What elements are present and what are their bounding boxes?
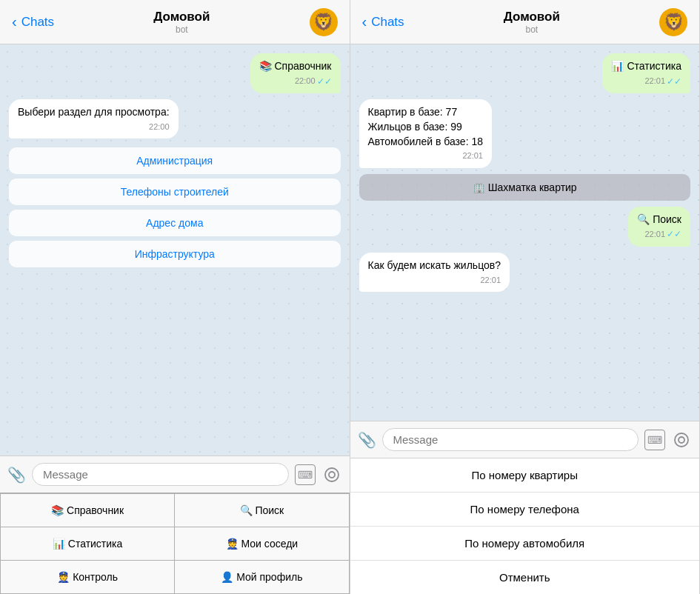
statistika-checks: ✓✓ [667, 76, 681, 88]
bubble-stats-data: Квартир в базе: 77 Жильцов в базе: 99 Ав… [359, 99, 492, 167]
bubble-vyberite: Выбери раздел для просмотра: 22:00 [9, 99, 179, 139]
right-back-label: Chats [371, 15, 404, 30]
right-panel: ‹ Chats Домовой bot 🦁 📊 Статистика 22:01… [350, 0, 701, 594]
msg-row-справочник: 📚 Справочник 22:00 ✓✓ [9, 53, 341, 93]
svg-point-1 [329, 472, 335, 478]
kak-budem-time: 22:01 [481, 275, 501, 286]
right-keyboard-icon[interactable]: ⌨ [644, 430, 665, 450]
btn-infrastruktura[interactable]: Инфраструктура [9, 241, 341, 267]
stats-line3: Автомобилей в базе: 18 [368, 135, 483, 150]
bubble-statistika: 📊 Статистика 22:01 ✓✓ [602, 53, 690, 93]
msg-row-vyberite: Выбери раздел для просмотра: 22:00 [9, 99, 341, 139]
right-attachment-icon[interactable]: 📎 [358, 431, 376, 449]
left-panel: ‹ Chats Домовой bot 🦁 📚 Справочник 22:00… [0, 0, 350, 594]
statistika-text: Статистика [627, 59, 681, 74]
right-input-right-icons: ⌨ [644, 430, 692, 450]
справочник-emoji: 📚 [259, 59, 272, 74]
left-attachment-icon[interactable]: 📎 [7, 466, 26, 484]
right-header: ‹ Chats Домовой bot 🦁 [350, 0, 700, 44]
svg-point-0 [325, 468, 339, 481]
svg-point-3 [679, 437, 684, 443]
bubble-справочник: 📚 Справочник 22:00 ✓✓ [250, 53, 341, 93]
msg-row-shakhmatka: 🏢 Шахматка квартир [359, 174, 691, 201]
statistika-emoji: 📊 [611, 59, 624, 74]
msg-row-statistika: 📊 Статистика 22:01 ✓✓ [359, 53, 691, 93]
left-camera-icon[interactable] [321, 464, 342, 485]
справочник-time: 22:00 [295, 76, 316, 87]
vyberite-time: 22:00 [149, 121, 170, 133]
left-header: ‹ Chats Домовой bot 🦁 [0, 0, 350, 44]
left-chat-title: Домовой [54, 10, 309, 24]
kb-moi-profil[interactable]: 👤 Мой профиль [175, 561, 348, 593]
back-arrow-icon: ‹ [12, 13, 17, 30]
right-chat-area: 📊 Статистика 22:01 ✓✓ Квартир в базе: 77… [350, 44, 700, 421]
left-back-button[interactable]: ‹ Chats [12, 13, 54, 30]
left-keyboard-area: 📚 Справочник 🔍 Поиск 📊 Статистика 👮 Мои … [0, 493, 350, 594]
kb-statistika[interactable]: 📊 Статистика [1, 527, 174, 560]
right-chat-subtitle: bot [404, 24, 659, 35]
left-input-bar: 📎 ⌨ [0, 455, 350, 493]
right-avatar[interactable]: 🦁 [659, 8, 687, 36]
kb-spravochnik[interactable]: 📚 Справочник [1, 494, 174, 527]
right-input-bar: 📎 ⌨ [350, 421, 700, 458]
poisk-time: 22:01 [644, 229, 665, 240]
right-message-input[interactable] [382, 428, 639, 451]
btn-by-car[interactable]: По номеру автомобиля [350, 527, 700, 561]
right-camera-icon[interactable] [671, 430, 692, 450]
msg-row-kak-budem: Как будем искать жильцов? 22:01 [359, 253, 691, 292]
bubble-kak-budem: Как будем искать жильцов? 22:01 [359, 253, 510, 292]
stats-line2: Жильцов в базе: 99 [368, 120, 483, 135]
left-header-center: Домовой bot [54, 10, 309, 35]
svg-point-2 [675, 433, 688, 447]
vyberite-text: Выбери раздел для просмотра: [18, 105, 170, 120]
poisk-emoji: 🔍 [637, 213, 650, 227]
left-keyboard-icon[interactable]: ⌨ [295, 464, 316, 485]
kb-moi-sosedi[interactable]: 👮 Мои соседи [175, 527, 348, 560]
poisk-text: Поиск [653, 213, 681, 227]
left-bot-buttons: Администрация Телефоны строителей Адрес … [9, 144, 341, 270]
right-back-button[interactable]: ‹ Chats [362, 13, 404, 30]
справочник-text: Справочник [275, 59, 332, 74]
btn-shakhmatka[interactable]: 🏢 Шахматка квартир [359, 174, 691, 201]
btn-administraciya[interactable]: Администрация [9, 147, 341, 174]
btn-adres[interactable]: Адрес дома [9, 210, 341, 236]
poisk-checks: ✓✓ [667, 228, 681, 241]
left-message-input[interactable] [32, 463, 289, 486]
stats-time: 22:01 [462, 150, 483, 161]
msg-row-poisk: 🔍 Поиск 22:01 ✓✓ [359, 207, 691, 247]
left-back-label: Chats [21, 15, 54, 30]
right-header-center: Домовой bot [404, 10, 659, 35]
left-avatar[interactable]: 🦁 [310, 8, 338, 36]
right-chat-title: Домовой [404, 10, 659, 24]
statistika-time: 22:01 [644, 76, 665, 87]
btn-telefony[interactable]: Телефоны строителей [9, 178, 341, 205]
left-input-right-icons: ⌨ [295, 464, 342, 485]
kb-poisk[interactable]: 🔍 Поиск [175, 494, 348, 527]
bubble-poisk: 🔍 Поиск 22:01 ✓✓ [628, 207, 690, 247]
left-chat-subtitle: bot [54, 24, 309, 35]
msg-row-stats-data: Квартир в базе: 77 Жильцов в базе: 99 Ав… [359, 99, 691, 167]
left-chat-area: 📚 Справочник 22:00 ✓✓ Выбери раздел для … [0, 44, 350, 455]
btn-by-phone[interactable]: По номеру телефона [350, 493, 700, 527]
справочник-checks: ✓✓ [317, 76, 332, 88]
left-keyboard-grid: 📚 Справочник 🔍 Поиск 📊 Статистика 👮 Мои … [0, 493, 350, 594]
right-back-arrow-icon: ‹ [362, 13, 367, 30]
kak-budem-text: Как будем искать жильцов? [368, 258, 501, 273]
stats-line1: Квартир в базе: 77 [368, 105, 483, 120]
btn-by-apartment[interactable]: По номеру квартиры [350, 458, 700, 493]
right-search-buttons: По номеру квартиры По номеру телефона По… [350, 458, 700, 594]
btn-cancel[interactable]: Отменить [350, 561, 700, 594]
kb-kontrol[interactable]: 👮 Контроль [1, 561, 174, 593]
